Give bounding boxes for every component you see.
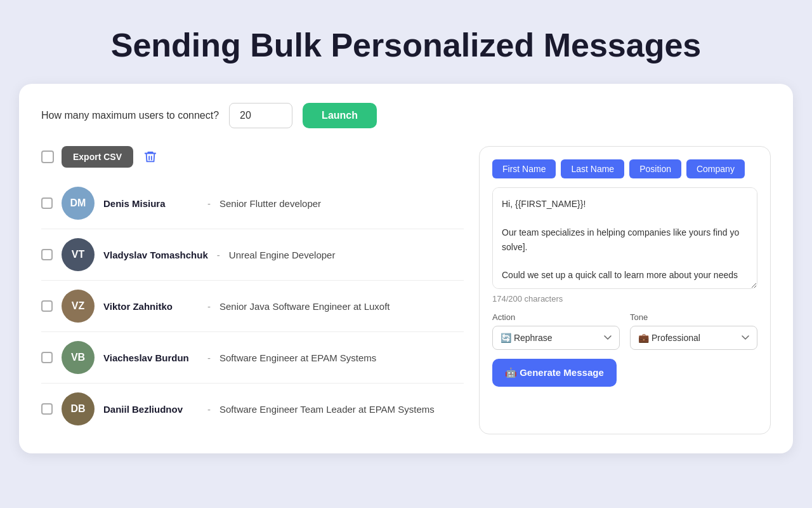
- person-separator: -: [207, 352, 211, 363]
- people-list: DM Denis Misiura - Senior Flutter develo…: [41, 178, 464, 434]
- generate-message-button[interactable]: 🤖 Generate Message: [492, 359, 617, 387]
- person-checkbox[interactable]: [41, 249, 53, 260]
- tone-group: Tone 💼 Professional😊 Friendly🎯 Direct: [630, 312, 757, 350]
- top-bar: How many maximum users to connect? Launc…: [41, 103, 771, 128]
- tag-button[interactable]: First Name: [492, 159, 556, 178]
- person-role: Unreal Engine Developer: [229, 250, 336, 260]
- person-checkbox[interactable]: [41, 197, 53, 209]
- tag-button[interactable]: Company: [686, 159, 745, 178]
- avatar: DB: [62, 392, 95, 425]
- person-name: Daniil Bezliudnov: [103, 404, 199, 415]
- person-checkbox[interactable]: [41, 403, 53, 415]
- max-users-input[interactable]: [229, 103, 292, 128]
- person-name: Viacheslav Burdun: [103, 352, 199, 363]
- action-select[interactable]: 🔄 Rephrase✏️ Rewrite📝 Summarize: [492, 326, 620, 350]
- person-name: Vladyslav Tomashchuk: [103, 250, 208, 260]
- avatar: VZ: [62, 290, 95, 323]
- person-name: Denis Misiura: [103, 198, 199, 209]
- person-row: VZ Viktor Zahnitko - Senior Java Softwar…: [41, 281, 464, 332]
- content-area: Export CSV DM Denis Misiura - Senior Flu…: [41, 146, 771, 434]
- tag-button[interactable]: Position: [629, 159, 681, 178]
- person-role: Senior Java Software Engineer at Luxoft: [219, 301, 390, 312]
- tone-label: Tone: [630, 312, 757, 322]
- page-title: Sending Bulk Personalized Messages: [0, 0, 812, 84]
- char-count: 174/200 characters: [492, 294, 757, 304]
- person-name: Viktor Zahnitko: [103, 301, 199, 312]
- action-label: Action: [492, 312, 620, 322]
- action-group: Action 🔄 Rephrase✏️ Rewrite📝 Summarize: [492, 312, 620, 350]
- left-panel: Export CSV DM Denis Misiura - Senior Flu…: [41, 146, 464, 434]
- export-csv-button[interactable]: Export CSV: [62, 146, 133, 168]
- tag-row: First NameLast NamePositionCompany: [492, 159, 757, 178]
- person-row: DM Denis Misiura - Senior Flutter develo…: [41, 178, 464, 229]
- person-role: Software Engineer at EPAM Systems: [219, 352, 376, 363]
- person-separator: -: [207, 404, 211, 415]
- person-checkbox[interactable]: [41, 300, 53, 312]
- main-card: How many maximum users to connect? Launc…: [19, 84, 793, 453]
- person-separator: -: [207, 301, 211, 312]
- action-tone-row: Action 🔄 Rephrase✏️ Rewrite📝 Summarize T…: [492, 312, 757, 350]
- right-panel: First NameLast NamePositionCompany 174/2…: [479, 146, 771, 434]
- person-role: Senior Flutter developer: [219, 198, 321, 209]
- toolbar: Export CSV: [41, 146, 464, 168]
- launch-button[interactable]: Launch: [303, 103, 377, 128]
- avatar: DM: [62, 187, 95, 220]
- tone-select[interactable]: 💼 Professional😊 Friendly🎯 Direct: [630, 326, 757, 350]
- person-checkbox[interactable]: [41, 352, 53, 363]
- trash-icon: [143, 150, 157, 164]
- select-all-checkbox[interactable]: [41, 150, 54, 163]
- page-wrapper: Sending Bulk Personalized Messages How m…: [0, 0, 812, 508]
- person-role: Software Engineer Team Leader at EPAM Sy…: [219, 404, 435, 415]
- person-separator: -: [207, 198, 211, 209]
- person-separator: -: [217, 250, 220, 260]
- avatar: VT: [62, 238, 95, 271]
- delete-button[interactable]: [141, 147, 160, 166]
- person-row: DB Daniil Bezliudnov - Software Engineer…: [41, 384, 464, 434]
- person-row: VT Vladyslav Tomashchuk - Unreal Engine …: [41, 229, 464, 281]
- message-textarea[interactable]: [492, 187, 757, 289]
- avatar: VB: [62, 341, 95, 374]
- person-row: VB Viacheslav Burdun - Software Engineer…: [41, 332, 464, 384]
- max-users-label: How many maximum users to connect?: [41, 110, 219, 121]
- tag-button[interactable]: Last Name: [561, 159, 624, 178]
